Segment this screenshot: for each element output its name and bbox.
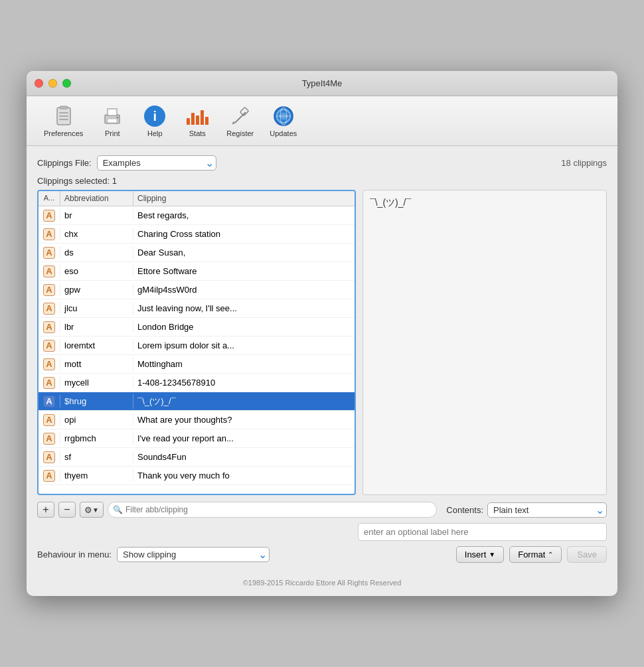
toolbar-item-preferences[interactable]: Preferences xyxy=(37,102,90,140)
toolbar-item-stats[interactable]: Stats xyxy=(177,102,217,140)
row-abbr: sf xyxy=(60,451,133,463)
table-row[interactable]: AmottMottingham xyxy=(39,355,355,374)
clip-icon-a: A xyxy=(43,358,55,370)
table-body: AbrBest regards,AchxCharing Cross statio… xyxy=(39,206,355,494)
row-icon: A xyxy=(39,470,60,482)
row-icon: A xyxy=(39,377,60,389)
save-label: Save xyxy=(577,550,597,559)
header-icon-col: A... xyxy=(39,191,60,206)
row-icon: A xyxy=(39,303,60,315)
row-abbr: lbr xyxy=(60,321,133,333)
table-row[interactable]: AsfSounds4Fun xyxy=(39,448,355,467)
table-row[interactable]: A$hrug¯\_(ツ)_/¯ xyxy=(39,392,355,411)
table-row[interactable]: Amycell1-408-12345678910 xyxy=(39,374,355,392)
row-abbr: eso xyxy=(60,265,133,277)
clippings-count: 18 clippings xyxy=(561,158,607,168)
preview-panel: ¯\_(ツ)_/¯ xyxy=(362,190,607,495)
clip-icon-a: A xyxy=(43,265,55,277)
minimize-button[interactable] xyxy=(48,79,57,88)
behaviour-select-wrap: Show clipping ⌄ xyxy=(117,547,270,562)
table-row[interactable]: AesoEttore Software xyxy=(39,262,355,281)
row-clip: Ettore Software xyxy=(133,265,355,277)
clip-icon-a: A xyxy=(43,228,55,240)
row-clip: London Bridge xyxy=(133,321,355,333)
gear-button[interactable]: ⚙ ▼ xyxy=(80,502,104,518)
clip-icon-a: A xyxy=(43,451,55,463)
titlebar: TypeIt4Me xyxy=(27,71,617,96)
clip-icon-a: A xyxy=(43,433,55,445)
maximize-button[interactable] xyxy=(62,79,71,88)
search-input[interactable] xyxy=(108,502,437,518)
row-abbr: br xyxy=(60,209,133,222)
toolbar-item-updates[interactable]: Updates xyxy=(263,102,303,140)
clip-icon-a: A xyxy=(43,414,55,426)
add-button[interactable]: + xyxy=(37,502,54,518)
clip-icon-a: A xyxy=(43,321,55,333)
contents-label: Contents: xyxy=(446,505,483,515)
format-label: Format xyxy=(518,550,545,559)
register-label: Register xyxy=(226,129,254,137)
table-row[interactable]: AbrBest regards, xyxy=(39,206,355,225)
bar5 xyxy=(205,117,208,125)
table-row[interactable]: AdsDear Susan, xyxy=(39,244,355,262)
row-abbr: $hrug xyxy=(60,395,133,408)
insert-label: Insert xyxy=(465,550,487,559)
row-icon: A xyxy=(39,433,60,445)
contents-select-wrap: Plain text Rich text ⌄ xyxy=(487,502,607,518)
table-row[interactable]: AloremtxtLorem ipsum dolor sit a... xyxy=(39,336,355,355)
bar2 xyxy=(191,113,195,125)
row-abbr: gpw xyxy=(60,283,133,296)
help-label: Help xyxy=(147,129,163,137)
table-row[interactable]: AchxCharing Cross station xyxy=(39,225,355,244)
footer: ©1989-2015 Riccardo Ettore All Rights Re… xyxy=(27,572,617,596)
table-row[interactable]: AopiWhat are your thoughts? xyxy=(39,411,355,429)
format-button[interactable]: Format ⌃ xyxy=(509,546,562,563)
toolbar-item-help[interactable]: i Help xyxy=(135,102,175,140)
row-abbr: ds xyxy=(60,246,133,259)
row-clip: gM4ilp4ssW0rd xyxy=(133,283,355,296)
row-clip: Just leaving now, I'll see... xyxy=(133,302,355,315)
table-header: A... Abbreviation Clipping xyxy=(39,191,355,206)
clip-icon-a: A xyxy=(43,303,55,315)
svg-rect-2 xyxy=(59,112,68,113)
gear-dropdown-arrow-icon: ▼ xyxy=(92,506,99,514)
clippings-file-select-wrap: Examples ⌄ xyxy=(97,155,216,171)
clippings-file-label: Clippings File: xyxy=(37,158,92,168)
help-circle: i xyxy=(144,106,165,127)
svg-line-9 xyxy=(235,112,246,123)
header-abbr-col: Abbreviation xyxy=(60,191,133,206)
bar3 xyxy=(196,115,199,125)
svg-rect-6 xyxy=(108,109,117,115)
close-button[interactable] xyxy=(35,79,43,88)
behaviour-select[interactable]: Show clipping xyxy=(117,547,270,562)
row-icon: A xyxy=(39,414,60,426)
svg-rect-7 xyxy=(108,119,117,123)
table-row[interactable]: AgpwgM4ilp4ssW0rd xyxy=(39,281,355,299)
main-content: Clippings File: Examples ⌄ 18 clippings … xyxy=(27,146,617,572)
row-abbr: jlcu xyxy=(60,302,133,315)
table-row[interactable]: AthyemThank you very much fo xyxy=(39,467,355,485)
remove-button[interactable]: − xyxy=(58,502,76,518)
toolbar-item-register[interactable]: Register xyxy=(220,102,260,140)
label-input[interactable] xyxy=(358,523,607,541)
print-icon xyxy=(100,104,124,128)
window-title: TypeIt4Me xyxy=(302,78,343,88)
row-abbr: opi xyxy=(60,413,133,426)
row-clip: Lorem ipsum dolor sit a... xyxy=(133,339,355,352)
bar1 xyxy=(187,118,190,125)
row-abbr: thyem xyxy=(60,469,133,482)
clippings-file-select[interactable]: Examples xyxy=(97,155,216,171)
toolbar-item-print[interactable]: Print xyxy=(92,102,132,140)
row-icon: A xyxy=(39,210,60,222)
row-icon: A xyxy=(39,265,60,277)
table-row[interactable]: AlbrLondon Bridge xyxy=(39,318,355,336)
preferences-icon xyxy=(52,104,76,128)
table-row[interactable]: ArrgbmchI've read your report an... xyxy=(39,429,355,448)
insert-button[interactable]: Insert ▼ xyxy=(456,546,504,563)
svg-point-8 xyxy=(117,117,119,119)
clip-icon-a: A xyxy=(43,377,55,389)
contents-select[interactable]: Plain text Rich text xyxy=(487,502,607,518)
label-input-row xyxy=(37,523,607,541)
header-clipping-col: Clipping xyxy=(133,191,355,206)
table-row[interactable]: AjlcuJust leaving now, I'll see... xyxy=(39,299,355,318)
